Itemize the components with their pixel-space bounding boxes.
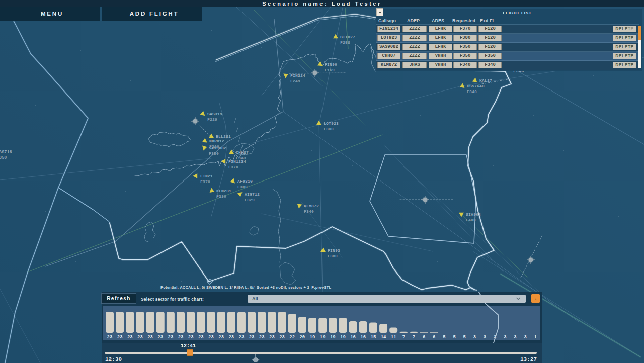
svg-text:23: 23: [208, 335, 214, 340]
svg-text:23: 23: [239, 335, 245, 340]
svg-text:KAL87: KAL87: [479, 78, 492, 83]
svg-text:3: 3: [494, 335, 496, 340]
svg-text:1: 1: [534, 335, 537, 340]
svg-text:23: 23: [178, 335, 184, 340]
svg-text:23: 23: [147, 335, 153, 340]
svg-text:23: 23: [117, 335, 123, 340]
svg-text:23: 23: [228, 335, 234, 340]
svg-text:16: 16: [350, 335, 356, 340]
svg-text:ELL281: ELL281: [216, 134, 231, 139]
svg-text:23: 23: [168, 335, 173, 340]
svg-text:23: 23: [218, 335, 224, 340]
svg-text:19: 19: [330, 335, 336, 340]
svg-text:5: 5: [463, 335, 466, 340]
svg-text:BTI827: BTI827: [340, 35, 355, 39]
svg-text:3: 3: [524, 335, 526, 340]
svg-text:F169: F169: [325, 68, 335, 72]
svg-text:3: 3: [514, 335, 516, 340]
svg-text:F380: F380: [237, 185, 248, 189]
svg-text:F350: F350: [209, 151, 219, 156]
svg-text:14: 14: [381, 335, 386, 340]
svg-text:F229: F229: [207, 117, 217, 122]
svg-text:FIN324: FIN324: [290, 73, 305, 78]
svg-text:7: 7: [413, 335, 415, 340]
svg-text:F329: F329: [245, 198, 255, 202]
svg-text:5: 5: [453, 335, 455, 340]
svg-text:19: 19: [340, 335, 346, 340]
svg-text:19: 19: [320, 335, 326, 340]
svg-text:F340: F340: [467, 89, 477, 94]
svg-text:23: 23: [157, 335, 163, 340]
svg-text:SAS319: SAS319: [207, 112, 222, 116]
svg-text:FIN21: FIN21: [200, 174, 213, 178]
svg-text:3: 3: [473, 335, 476, 340]
svg-text:23: 23: [279, 335, 285, 340]
svg-text:FIN93: FIN93: [328, 248, 340, 253]
svg-text:F300: F300: [324, 127, 334, 131]
svg-text:22: 22: [289, 335, 295, 340]
svg-text:23: 23: [269, 335, 275, 340]
svg-text:19: 19: [310, 335, 315, 340]
svg-text:FIN1234: FIN1234: [228, 159, 246, 164]
svg-text:20: 20: [299, 335, 305, 340]
svg-text:F400: F400: [466, 218, 476, 222]
svg-text:23: 23: [259, 335, 265, 340]
svg-text:3: 3: [504, 335, 506, 340]
svg-text:23: 23: [188, 335, 194, 340]
svg-text:CSS7640: CSS7640: [467, 84, 485, 88]
svg-text:AF9810: AF9810: [237, 179, 253, 184]
svg-text:SAS9082: SAS9082: [209, 146, 226, 150]
svg-text:F249: F249: [290, 79, 300, 83]
svg-text:5: 5: [443, 335, 445, 340]
svg-text:6: 6: [433, 335, 435, 340]
svg-text:16: 16: [360, 335, 366, 340]
svg-text:LOT923: LOT923: [324, 121, 339, 126]
svg-text:F258: F258: [340, 40, 350, 45]
svg-text:6: 6: [423, 335, 425, 340]
svg-text:SIA963: SIA963: [466, 212, 481, 217]
svg-text:F380: F380: [216, 194, 226, 199]
svg-text:SAS716: SAS716: [0, 150, 12, 155]
svg-text:3: 3: [484, 335, 486, 340]
svg-text:F350: F350: [0, 155, 7, 160]
svg-text:F370: F370: [200, 179, 210, 184]
svg-text:15: 15: [370, 335, 376, 340]
svg-text:CHH87: CHH87: [236, 150, 249, 155]
svg-text:23: 23: [107, 335, 113, 340]
svg-text:F370: F370: [228, 165, 238, 169]
svg-text:KLM872: KLM872: [304, 204, 319, 208]
svg-text:23: 23: [249, 335, 255, 340]
svg-text:NDR812: NDR812: [209, 139, 224, 143]
svg-text:F340: F340: [304, 209, 314, 214]
svg-text:F380: F380: [328, 254, 338, 258]
svg-text:KLM231: KLM231: [216, 189, 231, 193]
svg-text:23: 23: [127, 335, 133, 340]
svg-text:7: 7: [403, 335, 405, 340]
svg-text:11: 11: [391, 335, 396, 340]
svg-text:FIN90: FIN90: [325, 62, 337, 67]
svg-text:AIG712: AIG712: [245, 192, 260, 197]
svg-text:23: 23: [198, 335, 204, 340]
svg-text:23: 23: [137, 335, 143, 340]
